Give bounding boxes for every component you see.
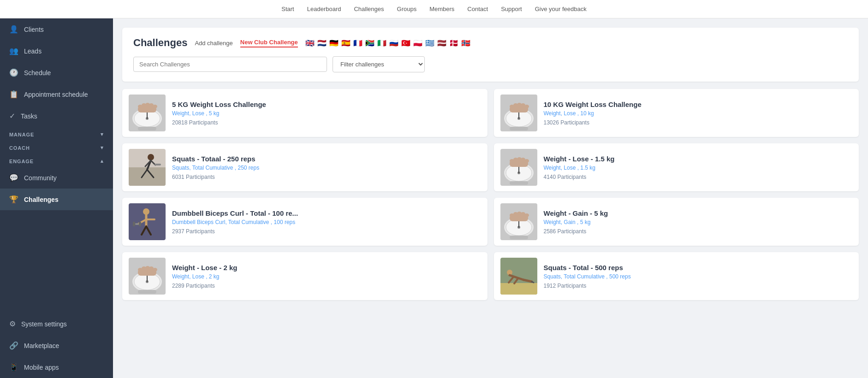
sidebar-section-engage[interactable]: ENGAGE ▴ (0, 154, 113, 167)
challenge-thumbnail (500, 258, 537, 295)
challenge-info: 10 KG Weight Loss Challenge Weight, Lose… (544, 100, 853, 126)
sidebar-item-clients[interactable]: 👤 Clients (0, 18, 113, 40)
challenges-header-panel: Challenges Add challenge New Club Challe… (122, 28, 859, 82)
nav-members[interactable]: Members (429, 6, 454, 12)
sidebar-item-leads[interactable]: 👥 Leads (0, 40, 113, 62)
challenge-participants: 6031 Participants (172, 174, 481, 180)
mobile-icon: 📱 (9, 363, 18, 372)
manage-chevron-icon: ▾ (101, 131, 104, 137)
nav-challenges[interactable]: Challenges (354, 6, 384, 12)
svg-rect-38 (510, 181, 528, 185)
sidebar-item-appointment-schedule[interactable]: 📋 Appointment schedule (0, 83, 113, 105)
engage-chevron-icon: ▴ (101, 158, 104, 164)
challenge-tags: Weight, Lose , 5 kg (172, 110, 481, 117)
flag-nl[interactable]: 🇳🇱 (317, 40, 327, 47)
challenge-card[interactable]: Dumbbell Biceps Curl - Total - 100 re...… (122, 198, 488, 246)
nav-leaderboard[interactable]: Leaderboard (307, 6, 341, 12)
challenges-title: Challenges (133, 37, 187, 49)
sidebar-section-coach[interactable]: COACH ▾ (0, 140, 113, 154)
sidebar-item-challenges[interactable]: 🏆 Challenges (0, 189, 113, 210)
flag-za[interactable]: 🇿🇦 (365, 40, 375, 47)
flag-dk[interactable]: 🇩🇰 (449, 40, 459, 47)
add-challenge-link[interactable]: Add challenge (195, 40, 232, 47)
challenge-card[interactable]: Weight - Lose - 1.5 kg Weight, Lose , 1.… (494, 143, 859, 191)
flag-lv[interactable]: 🇱🇻 (437, 40, 447, 47)
sidebar-label-leads: Leads (24, 47, 42, 55)
challenge-info: Weight - Lose - 1.5 kg Weight, Lose , 1.… (544, 155, 853, 180)
sidebar-item-tasks[interactable]: ✓ Tasks (0, 105, 113, 127)
svg-rect-11 (138, 106, 156, 112)
flag-no[interactable]: 🇳🇴 (461, 40, 471, 47)
challenge-tags: Dumbbell Biceps Curl, Total Cumulative ,… (172, 219, 481, 225)
challenge-thumbnail (500, 203, 537, 240)
challenge-card[interactable]: Weight - Gain - 5 kg Weight, Gain , 5 kg… (494, 198, 859, 246)
sidebar-label-marketplace: Marketplace (24, 342, 59, 349)
challenge-tags: Weight, Gain , 5 kg (544, 219, 853, 225)
flag-es[interactable]: 🇪🇸 (341, 40, 351, 47)
flag-en[interactable]: 🇬🇧 (305, 40, 315, 47)
sidebar-label-clients: Clients (24, 26, 44, 33)
sidebar: 👤 Clients 👥 Leads 🕐 Schedule 📋 Appointme… (0, 18, 113, 378)
manage-label: MANAGE (9, 132, 34, 137)
nav-start[interactable]: Start (281, 6, 294, 12)
challenge-info: Squats - Totaal - 250 reps Squats, Total… (172, 155, 481, 180)
sidebar-label-schedule: Schedule (24, 69, 51, 77)
svg-rect-78 (138, 269, 156, 276)
svg-rect-80 (500, 283, 537, 295)
challenge-tags: Squats, Total Cumulative , 250 reps (172, 165, 481, 171)
flag-de[interactable]: 🇩🇪 (329, 40, 339, 47)
svg-rect-17 (510, 127, 528, 130)
flag-ru[interactable]: 🇷🇺 (389, 40, 399, 47)
challenge-card[interactable]: 10 KG Weight Loss Challenge Weight, Lose… (494, 89, 859, 137)
community-icon: 💬 (9, 173, 18, 182)
challenge-participants: 4140 Participants (544, 174, 853, 180)
svg-rect-72 (138, 290, 156, 294)
new-club-challenge-link[interactable]: New Club Challenge (240, 39, 298, 47)
challenge-name: 10 KG Weight Loss Challenge (544, 100, 853, 108)
engage-label: ENGAGE (9, 159, 34, 164)
flag-tr[interactable]: 🇹🇷 (401, 40, 411, 47)
leads-icon: 👥 (9, 47, 18, 55)
challenge-tags: Weight, Lose , 1.5 kg (544, 165, 853, 171)
sidebar-item-community[interactable]: 💬 Community (0, 167, 113, 189)
flag-fr[interactable]: 🇫🇷 (353, 40, 363, 47)
challenge-name: Weight - Gain - 5 kg (544, 209, 853, 217)
sidebar-label-appointment: Appointment schedule (24, 91, 88, 98)
challenge-name: Weight - Lose - 2 kg (172, 264, 481, 272)
challenge-info: Weight - Lose - 2 kg Weight, Lose , 2 kg… (172, 264, 481, 289)
filter-select[interactable]: Filter challengesActiveInactiveWeightFit… (333, 56, 425, 72)
challenge-card[interactable]: Squats - Total - 500 reps Squats, Total … (494, 252, 859, 300)
svg-rect-51 (133, 222, 135, 226)
challenge-thumbnail (129, 94, 166, 131)
sidebar-section-manage[interactable]: MANAGE ▾ (0, 127, 113, 140)
flag-gr[interactable]: 🇬🇷 (425, 40, 435, 47)
svg-rect-60 (510, 236, 528, 239)
nav-support[interactable]: Support (501, 6, 522, 12)
challenge-card[interactable]: 5 KG Weight Loss Challenge Weight, Lose … (122, 89, 488, 137)
challenge-participants: 13026 Participants (544, 119, 853, 126)
challenge-tags: Weight, Lose , 10 kg (544, 110, 853, 117)
flag-pl[interactable]: 🇵🇱 (413, 40, 423, 47)
svg-rect-23 (510, 106, 528, 112)
tasks-icon: ✓ (9, 112, 15, 120)
sidebar-item-system-settings[interactable]: ⚙ System settings (0, 313, 113, 335)
flag-it[interactable]: 🇮🇹 (377, 40, 387, 47)
sidebar-item-mobile-apps[interactable]: 📱 Mobile apps (0, 356, 113, 378)
search-input[interactable] (133, 57, 327, 72)
svg-point-26 (148, 154, 154, 160)
nav-feedback[interactable]: Give your feedback (535, 6, 587, 12)
sidebar-item-schedule[interactable]: 🕐 Schedule (0, 62, 113, 83)
challenge-participants: 2586 Participants (544, 228, 853, 235)
sidebar-item-marketplace[interactable]: 🔗 Marketplace (0, 335, 113, 356)
challenge-card[interactable]: Weight - Lose - 2 kg Weight, Lose , 2 kg… (122, 252, 488, 300)
challenge-card[interactable]: Squats - Totaal - 250 reps Squats, Total… (122, 143, 488, 191)
nav-contact[interactable]: Contact (467, 6, 488, 12)
challenge-thumbnail (500, 149, 537, 186)
coach-chevron-icon: ▾ (101, 145, 104, 151)
nav-groups[interactable]: Groups (397, 6, 417, 12)
challenge-name: Squats - Totaal - 250 reps (172, 155, 481, 163)
top-navigation: Start Leaderboard Challenges Groups Memb… (0, 0, 868, 18)
main-content: Challenges Add challenge New Club Challe… (113, 18, 868, 378)
svg-rect-66 (510, 215, 528, 221)
marketplace-icon: 🔗 (9, 341, 18, 350)
